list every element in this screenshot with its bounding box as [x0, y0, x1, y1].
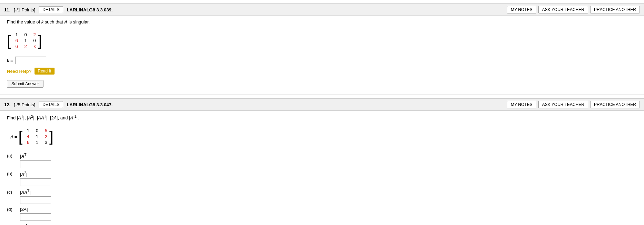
matrix-cell-0-0: 1: [13, 32, 18, 37]
q12-cell-1-1: -1: [33, 134, 38, 139]
question-12-header-right: MY NOTES ASK YOUR TEACHER PRACTICE ANOTH…: [507, 101, 640, 108]
question-12-part-a-expr: |AT|: [20, 153, 28, 159]
question-12-bracket-right: ]: [49, 129, 53, 144]
question-12-label: LARLINALG8 3.3.047.: [67, 102, 113, 107]
matrix-cell-2-0: 6: [13, 44, 18, 49]
question-11-matrix-cells: 1 0 2 6 -1 0 6 2 k: [11, 31, 38, 50]
question-12-part-d-input[interactable]: [20, 213, 51, 221]
question-12-practice-another-btn[interactable]: PRACTICE ANOTHER: [590, 101, 640, 108]
question-11-text: Find the value of k such that A is singu…: [7, 19, 637, 25]
question-12-number: 12.: [4, 102, 10, 107]
question-12-matrix-cells: 1 0 5 4 -1 2 6 1 3: [22, 127, 49, 146]
question-12-a-label: A =: [10, 134, 17, 139]
question-12-my-notes-btn[interactable]: MY NOTES: [507, 101, 536, 108]
question-11-k-input[interactable]: [15, 57, 46, 64]
question-12-part-a-label: (a): [7, 153, 17, 158]
question-12-part-a-label-row: (a) |AT|: [7, 153, 637, 159]
question-12-bracket-left: [: [18, 129, 22, 144]
q12-cell-0-1: 0: [33, 128, 38, 133]
question-12-part-d-expr: |2A|: [20, 207, 28, 212]
question-11-body: Find the value of k such that A is singu…: [0, 16, 644, 91]
question-11-bracket-left: [: [7, 33, 11, 48]
q12-cell-0-2: 5: [42, 128, 47, 133]
question-12-matrix-bracket: [ 1 0 5 4 -1 2 6 1 3 ]: [18, 127, 53, 146]
question-12: 12. [-/5 Points] DETAILS LARLINALG8 3.3.…: [0, 95, 644, 225]
question-12-part-b-label: (b): [7, 171, 17, 176]
question-11-k-row: k =: [7, 57, 637, 64]
question-11-my-notes-btn[interactable]: MY NOTES: [507, 6, 536, 13]
question-11-header-left: 11. [-/1 Points] DETAILS LARLINALG8 3.3.…: [4, 6, 113, 13]
q12-cell-1-2: 2: [42, 134, 47, 139]
matrix-cell-0-2: 2: [31, 32, 36, 37]
question-12-part-d-label-row: (d) |2A|: [7, 207, 637, 212]
question-11-header-right: MY NOTES ASK YOUR TEACHER PRACTICE ANOTH…: [507, 6, 640, 13]
question-12-header: 12. [-/5 Points] DETAILS LARLINALG8 3.3.…: [0, 98, 644, 111]
question-12-points: [-/5 Points]: [14, 102, 35, 107]
q12-cell-2-0: 6: [25, 140, 29, 145]
question-12-ask-teacher-btn[interactable]: ASK YOUR TEACHER: [538, 101, 588, 108]
question-12-part-b-input[interactable]: [20, 178, 51, 186]
matrix-cell-1-1: -1: [22, 38, 27, 43]
question-11-help-row: Need Help? Read It: [7, 68, 637, 75]
question-12-header-left: 12. [-/5 Points] DETAILS LARLINALG8 3.3.…: [4, 101, 113, 108]
matrix-cell-0-1: 0: [22, 32, 27, 37]
question-11-number: 11.: [4, 7, 10, 12]
q12-cell-2-2: 3: [42, 140, 47, 145]
question-11-read-it-btn[interactable]: Read It: [35, 68, 55, 75]
question-11-k-label: k =: [7, 58, 13, 63]
question-12-part-c-label-row: (c) |AAT|: [7, 189, 637, 195]
question-12-details-btn[interactable]: DETAILS: [39, 101, 63, 108]
question-11-bracket-right: ]: [38, 33, 42, 48]
question-11-label: LARLINALG8 3.3.039.: [67, 7, 113, 12]
question-12-part-c-expr: |AAT|: [20, 189, 31, 195]
question-12-part-c-label: (c): [7, 189, 17, 195]
question-12-body: Find |AT|, |A2|, |AAT|, |2A|, and |A-1|.…: [0, 111, 644, 225]
question-12-part-e-expr: |A-1|: [20, 224, 29, 225]
question-12-part-b-label-row: (b) |A2|: [7, 171, 637, 177]
question-11-matrix-bracket: [ 1 0 2 6 -1 0 6 2 k ]: [7, 31, 42, 50]
question-12-text: Find |AT|, |A2|, |AAT|, |2A|, and |A-1|.: [7, 114, 637, 120]
question-12-part-b-expr: |A2|: [20, 171, 27, 177]
question-11-ask-teacher-btn[interactable]: ASK YOUR TEACHER: [538, 6, 588, 13]
q12-cell-1-0: 4: [25, 134, 29, 139]
matrix-cell-1-2: 0: [31, 38, 36, 43]
matrix-cell-1-0: 6: [13, 38, 18, 43]
q12-cell-0-0: 1: [25, 128, 29, 133]
question-11-practice-another-btn[interactable]: PRACTICE ANOTHER: [590, 6, 640, 13]
question-12-matrix-wrapper: A = [ 1 0 5 4 -1 2 6 1 3 ]: [10, 124, 637, 150]
question-11-details-btn[interactable]: DETAILS: [39, 6, 63, 13]
question-12-part-e-label-row: (e) |A-1|: [7, 224, 637, 225]
question-12-part-a-input[interactable]: [20, 160, 51, 168]
matrix-cell-2-1: 2: [22, 44, 27, 49]
question-11-need-help-label: Need Help?: [7, 69, 32, 74]
matrix-cell-2-2: k: [31, 44, 36, 49]
question-11-submit-btn[interactable]: Submit Answer: [7, 80, 43, 88]
question-11-matrix: [ 1 0 2 6 -1 0 6 2 k ]: [7, 31, 42, 50]
q12-cell-2-1: 1: [33, 140, 38, 145]
question-11: 11. [-/1 Points] DETAILS LARLINALG8 3.3.…: [0, 0, 644, 95]
question-12-part-c-input[interactable]: [20, 196, 51, 204]
question-12-matrix: [ 1 0 5 4 -1 2 6 1 3 ]: [18, 127, 53, 146]
question-12-part-d-label: (d): [7, 207, 17, 212]
question-11-points: [-/1 Points]: [14, 7, 35, 12]
question-11-header: 11. [-/1 Points] DETAILS LARLINALG8 3.3.…: [0, 3, 644, 16]
